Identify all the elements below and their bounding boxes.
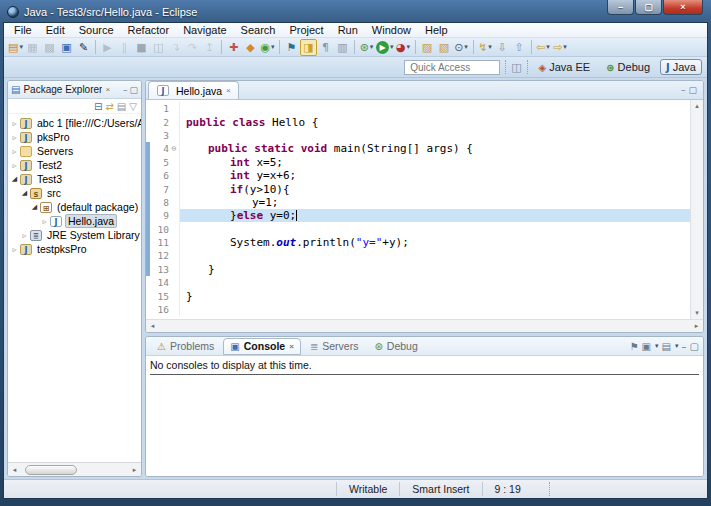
horizontal-scrollbar[interactable]: ◂ ▸ [8, 462, 141, 476]
tree-item-pkspro[interactable]: ▹JpksPro [8, 130, 141, 144]
maximize-view-icon[interactable]: ▢ [690, 341, 699, 352]
tab-debug[interactable]: ⊛Debug [367, 338, 424, 355]
menu-run[interactable]: Run [331, 24, 365, 36]
code-line-13[interactable]: 13} [146, 263, 690, 276]
menu-refactor[interactable]: Refactor [121, 24, 177, 36]
suspend-button[interactable]: ‖ [116, 39, 133, 56]
expand-arrow-icon[interactable]: ▹ [40, 217, 49, 226]
tree-item-default-package[interactable]: ◢⊞(default package) [8, 200, 141, 214]
perspective-java-ee-button[interactable]: ◈Java EE [533, 59, 597, 75]
view-layout-icon[interactable]: ▤ [117, 101, 126, 112]
tab-console[interactable]: ▣Console× [223, 338, 301, 355]
close-tab-icon[interactable]: × [289, 342, 294, 351]
show-whitespace-button[interactable]: ¶ [317, 39, 334, 56]
code-line-4[interactable]: 4⊖public static void main(String[] args)… [146, 142, 690, 155]
code-line-2[interactable]: 2public class Hello { [146, 115, 690, 128]
tree-item-testpkspro[interactable]: ▹JtestpksPro [8, 242, 141, 256]
collapse-arrow-icon[interactable]: ◢ [30, 203, 39, 211]
mark-occurrences-button[interactable]: ◨ [300, 39, 317, 56]
editor-tab-hello-java[interactable]: J Hello.java × [148, 81, 239, 99]
maximize-editor-button[interactable]: ▢ [688, 85, 697, 95]
scrollbar-thumb[interactable] [25, 465, 77, 475]
last-edit-location-button[interactable]: ↯▾ [477, 39, 494, 56]
code-line-15[interactable]: 15} [146, 289, 690, 302]
menu-help[interactable]: Help [418, 24, 455, 36]
minimize-view-icon[interactable]: – [682, 341, 687, 352]
open-perspective-button[interactable]: ◫ [511, 61, 521, 74]
open-file-button[interactable]: ▧ [436, 39, 453, 56]
run-button[interactable]: ▶▾ [375, 39, 395, 56]
perspective-debug-button[interactable]: ⊛Debug [600, 59, 656, 75]
new-junit-button[interactable]: ✚ [225, 39, 242, 56]
step-into-button[interactable]: ↴ [167, 39, 184, 56]
tab-problems[interactable]: ⚠Problems [150, 338, 221, 355]
close-button[interactable]: × [663, 0, 703, 15]
fold-marker-icon[interactable]: ⊖ [169, 142, 180, 155]
debug-button[interactable]: ⊛▾ [358, 39, 375, 56]
tree-item-abc-1-file-c-users-admir[interactable]: ▹Jabc 1 [file:///C:/Users/Admir [8, 116, 141, 130]
scroll-left-icon[interactable]: ◂ [146, 322, 159, 330]
step-return-button[interactable]: ↥ [201, 39, 218, 56]
menu-source[interactable]: Source [72, 24, 121, 36]
code-line-6[interactable]: 6int y=x+6; [146, 169, 690, 182]
code-line-12[interactable]: 12 [146, 249, 690, 262]
expand-arrow-icon[interactable]: ▹ [10, 133, 19, 142]
search-button[interactable]: ⊙▾ [453, 39, 470, 56]
link-with-editor-icon[interactable]: ⇄ [105, 101, 113, 112]
minimize-editor-button[interactable]: – [681, 85, 686, 95]
open-task-button[interactable]: ▣ [58, 39, 75, 56]
back-button[interactable]: ⇦▾ [535, 39, 552, 56]
scroll-right-icon[interactable]: ▸ [690, 322, 703, 330]
scroll-right-icon[interactable]: ▸ [128, 466, 141, 474]
disconnect-button[interactable]: ◫ [150, 39, 167, 56]
maximize-button[interactable]: ▢ [635, 0, 662, 15]
code-line-3[interactable]: 3 [146, 129, 690, 142]
minimize-view-button[interactable]: – [123, 85, 128, 95]
expand-arrow-icon[interactable]: ▹ [10, 119, 19, 128]
tree-item-test2[interactable]: ▹JTest2 [8, 158, 141, 172]
expand-arrow-icon[interactable]: ▹ [20, 231, 29, 240]
menu-navigate[interactable]: Navigate [176, 24, 233, 36]
view-menu-icon[interactable]: ▽ [129, 101, 137, 112]
code-line-1[interactable]: 1 [146, 102, 690, 115]
code-line-8[interactable]: 8y=1; [146, 196, 690, 209]
title-bar[interactable]: Java - Test3/src/Hello.java - Eclipse [3, 2, 708, 22]
tab-servers[interactable]: ≣Servers [303, 338, 366, 355]
save-all-button[interactable]: ▩ [41, 39, 58, 56]
collapse-all-icon[interactable]: ⊟ [94, 101, 102, 112]
pin-console-icon[interactable]: ⚑ [630, 341, 639, 352]
tree-item-hello-java[interactable]: ▹JHello.java [8, 214, 141, 228]
collapse-arrow-icon[interactable]: ◢ [20, 189, 29, 197]
minimize-button[interactable]: – [607, 0, 634, 15]
perspective-java-button[interactable]: JJava [660, 59, 702, 75]
forward-button[interactable]: ⇨▾ [552, 39, 569, 56]
vertical-scrollbar[interactable]: ▴ ▾ [690, 100, 703, 319]
close-tab-icon[interactable]: × [226, 86, 231, 95]
expand-arrow-icon[interactable]: ▹ [10, 245, 19, 254]
project-tree[interactable]: ▹Jabc 1 [file:///C:/Users/Admir▹JpksPro▹… [8, 114, 141, 462]
scroll-left-icon[interactable]: ◂ [8, 466, 21, 474]
code-line-10[interactable]: 10 [146, 223, 690, 236]
code-line-7[interactable]: 7if(y>10){ [146, 182, 690, 195]
menu-window[interactable]: Window [365, 24, 418, 36]
tree-item-src[interactable]: ◢ssrc [8, 186, 141, 200]
menu-project[interactable]: Project [282, 24, 330, 36]
open-resource-button[interactable]: ▨ [419, 39, 436, 56]
new-wizard-button[interactable]: ▤▾ [7, 39, 24, 56]
menu-edit[interactable]: Edit [39, 24, 72, 36]
maximize-view-button[interactable]: ▢ [129, 85, 138, 95]
block-selection-button[interactable]: ▥ [334, 39, 351, 56]
coverage-button[interactable]: ◆ [242, 39, 259, 56]
code-line-5[interactable]: 5int x=5; [146, 156, 690, 169]
selection-pencil-button[interactable]: ✎ [75, 39, 92, 56]
code-line-11[interactable]: 11System.out.println("y="+y); [146, 236, 690, 249]
menu-search[interactable]: Search [234, 24, 283, 36]
tree-item-servers[interactable]: ▹Servers [8, 144, 141, 158]
next-annotation-button[interactable]: ⇩ [494, 39, 511, 56]
open-console-icon[interactable]: ▤ [662, 341, 671, 352]
display-selected-console-icon[interactable]: ▣ [642, 341, 651, 352]
tree-item-test3[interactable]: ◢JTest3 [8, 172, 141, 186]
step-over-button[interactable]: ↷ [184, 39, 201, 56]
code-line-14[interactable]: 14 [146, 276, 690, 289]
menu-file[interactable]: File [7, 24, 39, 36]
